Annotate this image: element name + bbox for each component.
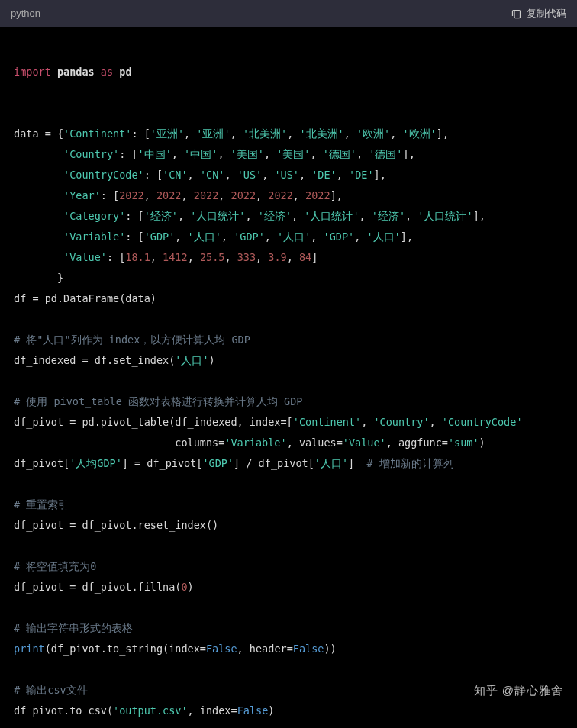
val: '德国' bbox=[369, 148, 402, 160]
val: '美国' bbox=[230, 148, 264, 160]
num: 2022 bbox=[119, 189, 144, 201]
code: ] bbox=[348, 457, 366, 469]
fn-print: print bbox=[14, 643, 45, 655]
code-block[interactable]: import pandas as pd data = {'Continent':… bbox=[0, 27, 577, 728]
code-header: python 复制代码 bbox=[0, 0, 577, 27]
val: '欧洲' bbox=[356, 127, 390, 140]
str: 'Value' bbox=[343, 436, 386, 449]
str: 'Continent' bbox=[293, 416, 361, 428]
code: , header= bbox=[237, 643, 293, 655]
val: '人口统计' bbox=[304, 210, 359, 222]
val: '亚洲' bbox=[196, 127, 230, 140]
val: '经济' bbox=[144, 210, 178, 222]
val: 'GDP' bbox=[324, 230, 355, 243]
module-pandas: pandas bbox=[57, 66, 95, 78]
copy-code-button[interactable]: 复制代码 bbox=[511, 4, 566, 24]
val: 'GDP' bbox=[144, 230, 176, 243]
code: df_pivot = df_pivot.fillna( bbox=[14, 581, 181, 593]
str: '人均GDP' bbox=[69, 457, 122, 469]
svg-rect-0 bbox=[514, 10, 521, 18]
df-assign: df = pd.DataFrame(data) bbox=[14, 292, 156, 304]
val: '欧洲' bbox=[402, 127, 436, 140]
key-variable: 'Variable' bbox=[63, 230, 125, 243]
val: '人口统计' bbox=[417, 210, 472, 222]
code: df_pivot[ bbox=[14, 457, 69, 469]
str: '人口' bbox=[314, 457, 348, 469]
kw-false: False bbox=[237, 704, 269, 717]
val: '亚洲' bbox=[150, 127, 184, 140]
key-category: 'Category' bbox=[63, 210, 125, 222]
num: 333 bbox=[237, 251, 256, 263]
str: 'GDP' bbox=[202, 457, 234, 469]
val: '北美洲' bbox=[299, 127, 343, 140]
num: 2022 bbox=[305, 189, 330, 201]
kw-false: False bbox=[293, 643, 324, 655]
num: 1412 bbox=[163, 251, 188, 263]
num: 25.5 bbox=[200, 251, 225, 263]
str: 'sum' bbox=[448, 436, 479, 449]
num: 3.9 bbox=[268, 251, 286, 263]
code: df_indexed = df.set_index( bbox=[14, 354, 175, 366]
kw-false: False bbox=[206, 643, 237, 655]
val: '北美洲' bbox=[243, 127, 287, 140]
code: df_pivot = df_pivot.reset_index() bbox=[14, 519, 218, 531]
dict-close: } bbox=[14, 272, 63, 284]
code: ) bbox=[188, 581, 194, 593]
val: 'CN' bbox=[200, 169, 225, 181]
data-assign: data = { bbox=[14, 127, 63, 140]
num: 84 bbox=[299, 251, 311, 263]
comment: # 重置索引 bbox=[14, 498, 69, 511]
code: ) bbox=[209, 354, 215, 366]
val: 'US' bbox=[274, 169, 299, 181]
val: '人口' bbox=[277, 230, 311, 243]
val: 'DE' bbox=[349, 169, 374, 181]
code: , aggfunc= bbox=[386, 436, 448, 449]
kw-as: as bbox=[101, 66, 113, 78]
key-country: 'Country' bbox=[63, 148, 119, 160]
comment: # 输出csv文件 bbox=[14, 684, 88, 696]
code: (df_pivot.to_string(index= bbox=[45, 643, 206, 655]
code: )) bbox=[324, 643, 336, 655]
val: 'US' bbox=[237, 169, 263, 181]
comment: # 输出字符串形式的表格 bbox=[14, 622, 133, 634]
num: 2022 bbox=[268, 189, 293, 201]
comment: # 使用 pivot_table 函数对表格进行转换并计算人均 GDP bbox=[14, 395, 302, 407]
val: '美国' bbox=[276, 148, 310, 160]
key-continent: 'Continent' bbox=[63, 127, 131, 140]
key-countrycode: 'CountryCode' bbox=[63, 169, 144, 181]
val: '经济' bbox=[258, 210, 292, 222]
num: 2022 bbox=[231, 189, 256, 201]
code: df_pivot.to_csv( bbox=[14, 704, 113, 717]
code: , values= bbox=[287, 436, 343, 449]
str: 'Country' bbox=[373, 416, 429, 428]
val: 'CN' bbox=[163, 169, 188, 181]
str: '人口' bbox=[175, 354, 208, 366]
copy-label: 复制代码 bbox=[527, 4, 566, 24]
val: '人口统计' bbox=[190, 210, 245, 222]
val: 'DE' bbox=[311, 169, 337, 181]
language-label: python bbox=[11, 4, 40, 24]
key-value: 'Value' bbox=[63, 251, 107, 263]
val: '中国' bbox=[138, 148, 172, 160]
comment: # 增加新的计算列 bbox=[366, 457, 453, 469]
key-year: 'Year' bbox=[63, 189, 101, 201]
code: ) bbox=[268, 704, 274, 717]
str: 'output.csv' bbox=[113, 704, 188, 717]
comment: # 将"人口"列作为 index，以方便计算人均 GDP bbox=[14, 333, 250, 346]
val: '经济' bbox=[372, 210, 405, 222]
code: df_pivot = pd.pivot_table(df_indexed, in… bbox=[14, 416, 293, 428]
comment: # 将空值填充为0 bbox=[14, 560, 96, 572]
watermark: 知乎 @静心雅舍 bbox=[474, 679, 563, 702]
code: ] = df_pivot[ bbox=[122, 457, 203, 469]
alias-pd: pd bbox=[119, 66, 131, 78]
val: '人口' bbox=[188, 230, 221, 243]
str: 'Variable' bbox=[224, 436, 286, 449]
num: 18.1 bbox=[125, 251, 150, 263]
kw-import: import bbox=[14, 66, 51, 78]
code: , index= bbox=[188, 704, 237, 717]
val: '中国' bbox=[184, 148, 218, 160]
num: 0 bbox=[181, 581, 187, 593]
code: ) bbox=[479, 436, 485, 449]
str: 'CountryCode' bbox=[442, 416, 523, 428]
num: 2022 bbox=[194, 189, 219, 201]
